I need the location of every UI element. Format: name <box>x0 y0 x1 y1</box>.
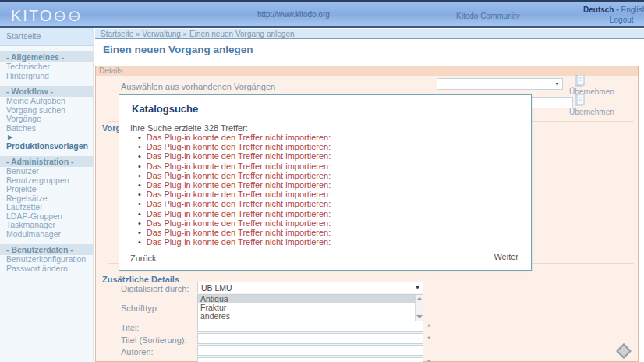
existing-process-select[interactable]: ▼ <box>437 78 563 90</box>
required-marker: * <box>427 322 430 332</box>
sidebar-item-startseite[interactable]: Startseite <box>0 28 93 46</box>
font-option-antiqua[interactable]: Antiqua <box>198 295 423 303</box>
apply-icon[interactable] <box>575 94 585 107</box>
import-error-item[interactable]: Das Plug-in konnte den Treffer nicht imp… <box>138 228 331 237</box>
sidebar-section-administration: - Administration - <box>0 156 93 167</box>
sidebar-item-modulmanager[interactable]: Modulmanager <box>0 230 93 240</box>
sidebar-item-taskmanager[interactable]: Taskmanager <box>0 221 93 230</box>
breadcrumb[interactable]: Startseite » Verwaltung » Einen neuen Vo… <box>95 29 644 39</box>
sidebar-item-produktionsvorlagen[interactable]: ► Produktionsvorlagen <box>0 133 93 151</box>
header-divider <box>0 26 644 28</box>
language-separator: • <box>614 5 621 14</box>
import-error-item[interactable]: Das Plug-in konnte den Treffer nicht imp… <box>138 161 331 171</box>
title-input[interactable] <box>197 321 423 332</box>
font-type-listbox[interactable]: Antiqua Fraktur anderes <box>197 294 423 321</box>
font-option-anderes[interactable]: anderes <box>198 312 423 321</box>
sidebar-section-benutzerdaten: - Benutzerdaten - <box>0 244 93 255</box>
import-error-item[interactable]: Das Plug-in konnte den Treffer nicht imp… <box>138 180 331 190</box>
import-error-item[interactable]: Das Plug-in konnte den Treffer nicht imp… <box>138 190 331 199</box>
apply-button-2[interactable]: Übernehmen <box>569 108 614 116</box>
required-marker: * <box>427 335 430 344</box>
import-error-item[interactable]: Das Plug-in konnte den Treffer nicht imp… <box>138 199 331 208</box>
details-panel-header[interactable]: Details <box>96 66 638 76</box>
title-sort-input[interactable] <box>197 333 423 344</box>
import-error-item[interactable]: Das Plug-in konnte den Treffer nicht imp… <box>138 209 331 218</box>
dropdown-arrow-icon: ▼ <box>415 285 420 290</box>
title-label: Titel: <box>121 323 139 332</box>
sidebar-item-technischer-hintergrund[interactable]: Technischer Hintergrund <box>0 62 93 80</box>
import-error-item[interactable]: Das Plug-in konnte den Treffer nicht imp… <box>138 237 331 247</box>
next-button[interactable]: Weiter <box>494 252 518 261</box>
next-field-input[interactable] <box>197 357 423 362</box>
import-error-list: Das Plug-in konnte den Treffer nicht imp… <box>138 133 331 247</box>
import-error-item[interactable]: Das Plug-in konnte den Treffer nicht imp… <box>138 171 331 180</box>
font-option-fraktur[interactable]: Fraktur <box>198 303 423 312</box>
digitized-by-label: Digitalisiert durch: <box>121 284 189 293</box>
sidebar-item-vorgaenge[interactable]: Vorgänge <box>0 115 93 124</box>
dialog-title: Katalogsuche <box>132 103 198 115</box>
katalogsuche-dialog: Katalogsuche Ihre Suche erzielte 328 Tre… <box>119 94 532 271</box>
scroll-up-icon[interactable] <box>416 297 423 300</box>
font-type-label: Schrifttyp: <box>121 303 159 313</box>
title-sort-label: Titel (Sortierung): <box>121 335 187 345</box>
kitodo-url-link[interactable]: http://www.kitodo.org <box>257 10 330 19</box>
sidebar-item-passwort-aendern[interactable]: Passwort ändern <box>0 264 93 274</box>
authors-label: Autoren: <box>121 347 154 357</box>
app-header: KITO⊖⊖ http://www.kitodo.org Kitodo Comm… <box>0 0 644 26</box>
import-error-item[interactable]: Das Plug-in konnte den Treffer nicht imp… <box>138 142 331 151</box>
logout-link[interactable]: Logout <box>610 16 634 24</box>
language-switcher[interactable]: Deutsch • English <box>583 5 644 15</box>
digitized-by-select[interactable]: UB LMU▼ <box>197 282 423 293</box>
apply-icon[interactable] <box>575 75 585 87</box>
sidebar-item-laufzettel[interactable]: Laufzettel <box>0 203 93 212</box>
search-result-summary: Ihre Suche erzielte 328 Treffer: <box>130 123 248 133</box>
listbox-scrollbar[interactable] <box>415 295 423 321</box>
language-deutsch[interactable]: Deutsch <box>583 5 614 14</box>
sidebar-item-projekte[interactable]: Projekte <box>0 185 93 194</box>
sidebar-nav: Startseite - Allgemeines - Technischer H… <box>0 28 94 362</box>
scroll-down-icon[interactable] <box>416 315 423 318</box>
back-button[interactable]: Zurück <box>130 254 157 263</box>
sidebar-section-workflow: - Workflow - <box>0 86 93 97</box>
sidebar-item-benutzerkonfiguration[interactable]: Benutzerkonfiguration <box>0 255 93 264</box>
sidebar-item-benutzer[interactable]: Benutzer <box>0 167 93 176</box>
import-error-item[interactable]: Das Plug-in konnte den Treffer nicht imp… <box>138 133 331 142</box>
digitized-by-value: UB LMU <box>201 283 232 293</box>
kitodo-logo: KITO⊖⊖ <box>11 6 83 25</box>
import-error-item[interactable]: Das Plug-in konnte den Treffer nicht imp… <box>138 151 331 161</box>
select-existing-process-label: Auswählen aus vorhandenen Vorgängen <box>121 82 275 91</box>
required-marker: * <box>427 358 430 362</box>
language-english[interactable]: English <box>621 5 644 14</box>
sidebar-item-meine-aufgaben[interactable]: Meine Aufgaben <box>0 97 93 106</box>
additional-details-heading: Zusätzliche Details <box>102 275 179 284</box>
kitodo-community-link[interactable]: Kitodo Community <box>456 12 520 20</box>
page-title: Einen neuen Vorgang anlegen <box>103 44 253 55</box>
sidebar-section-allgemeines: - Allgemeines - <box>0 51 93 62</box>
authors-input[interactable] <box>197 345 423 356</box>
import-error-item[interactable]: Das Plug-in konnte den Treffer nicht imp… <box>138 218 331 228</box>
dropdown-arrow-icon: ▼ <box>554 81 560 87</box>
